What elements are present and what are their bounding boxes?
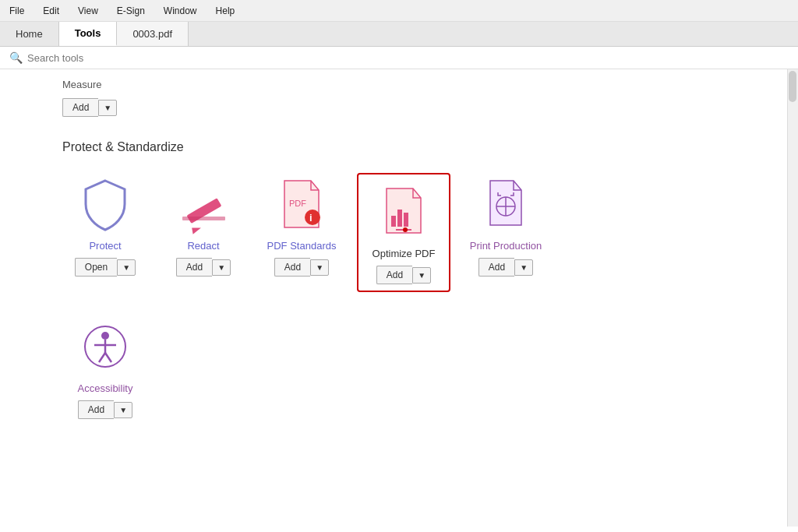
redact-add-button[interactable]: Add (176, 258, 212, 277)
pdf-standards-icon: PDF i (278, 177, 325, 231)
main-content: Measure Add ▼ Protect & Standardize Prot… (0, 69, 798, 527)
tool-print-production: Print Production Add ▼ (463, 173, 549, 292)
redact-button-group: Add ▼ (176, 258, 231, 277)
optimize-pdf-icon-area (373, 181, 435, 243)
search-bar: 🔍 (0, 47, 798, 69)
svg-rect-6 (391, 216, 396, 227)
svg-rect-2 (182, 217, 225, 220)
print-production-dropdown-button[interactable]: ▼ (514, 259, 533, 276)
pdf-standards-name: PDF Standards (267, 240, 337, 252)
menu-bar: File Edit View E-Sign Window Help (0, 0, 798, 22)
optimize-pdf-add-button[interactable]: Add (376, 266, 412, 284)
pdf-standards-add-button[interactable]: Add (274, 258, 310, 277)
pdf-standards-dropdown-button[interactable]: ▼ (310, 259, 329, 276)
accessibility-dropdown-button[interactable]: ▼ (114, 402, 132, 418)
svg-marker-1 (189, 224, 201, 234)
optimize-pdf-icon (380, 185, 427, 239)
tool-accessibility: Accessibility Add ▼ (62, 315, 148, 419)
accessibility-name: Accessibility (78, 382, 133, 394)
protect-button-group: Open ▼ (75, 258, 136, 277)
svg-line-18 (99, 353, 105, 362)
svg-text:i: i (309, 212, 312, 224)
redact-name: Redact (187, 240, 219, 252)
svg-point-4 (305, 210, 320, 225)
tab-home[interactable]: Home (0, 22, 59, 46)
measure-label: Measure (62, 79, 736, 90)
print-production-icon (482, 177, 529, 231)
protect-name: Protect (89, 240, 121, 252)
menu-file[interactable]: File (6, 4, 27, 18)
tool-protect: Protect Open ▼ (62, 173, 148, 292)
svg-rect-7 (397, 210, 402, 227)
optimize-pdf-dropdown-button[interactable]: ▼ (412, 267, 431, 284)
print-production-name: Print Production (470, 240, 542, 252)
measure-section: Measure Add ▼ (62, 79, 736, 117)
tools-grid: Protect Open ▼ (62, 173, 736, 292)
scrollbar-track (787, 69, 798, 527)
menu-help[interactable]: Help (213, 4, 238, 18)
svg-point-15 (101, 332, 109, 340)
tool-pdf-standards: PDF i PDF Standards Add ▼ (259, 173, 344, 292)
search-icon: 🔍 (9, 51, 23, 64)
tool-optimize-pdf: Optimize PDF Add ▼ (357, 173, 450, 292)
accessibility-icon-area (74, 315, 136, 378)
menu-view[interactable]: View (75, 4, 101, 18)
redact-icon-area (172, 173, 235, 235)
svg-point-10 (403, 227, 408, 232)
pdf-standards-button-group: Add ▼ (274, 258, 329, 277)
protect-standardize-section: Protect & Standardize Protect Open ▼ (62, 140, 736, 419)
menu-esign[interactable]: E-Sign (114, 4, 148, 18)
svg-rect-8 (404, 213, 408, 227)
tab-bar: Home Tools 0003.pdf (0, 22, 798, 47)
svg-line-19 (105, 353, 111, 362)
tool-redact: Redact Add ▼ (161, 173, 246, 292)
accessibility-icon (82, 322, 129, 372)
tab-tools[interactable]: Tools (59, 22, 118, 46)
protect-icon-area (74, 173, 136, 235)
print-production-icon-area (475, 173, 537, 235)
measure-dropdown-button[interactable]: ▼ (98, 100, 117, 116)
measure-add-button[interactable]: Add (62, 98, 98, 117)
protect-dropdown-button[interactable]: ▼ (117, 259, 136, 276)
search-input[interactable] (27, 52, 183, 64)
scrollbar-thumb[interactable] (789, 71, 796, 102)
redact-icon (178, 179, 229, 230)
print-production-button-group: Add ▼ (478, 258, 533, 277)
pdf-standards-icon-area: PDF i (270, 173, 333, 235)
section-title: Protect & Standardize (62, 140, 736, 154)
menu-edit[interactable]: Edit (40, 4, 62, 18)
svg-text:PDF: PDF (289, 199, 306, 208)
print-production-add-button[interactable]: Add (478, 258, 514, 277)
optimize-pdf-name: Optimize PDF (373, 248, 436, 259)
protect-icon (82, 177, 129, 231)
accessibility-button-group: Add ▼ (78, 400, 132, 419)
menu-window[interactable]: Window (161, 4, 200, 18)
accessibility-add-button[interactable]: Add (78, 400, 114, 419)
tab-file[interactable]: 0003.pdf (117, 22, 189, 46)
measure-button-group: Add ▼ (62, 98, 736, 117)
protect-open-button[interactable]: Open (75, 258, 117, 277)
redact-dropdown-button[interactable]: ▼ (212, 259, 231, 276)
optimize-pdf-button-group: Add ▼ (376, 266, 431, 284)
